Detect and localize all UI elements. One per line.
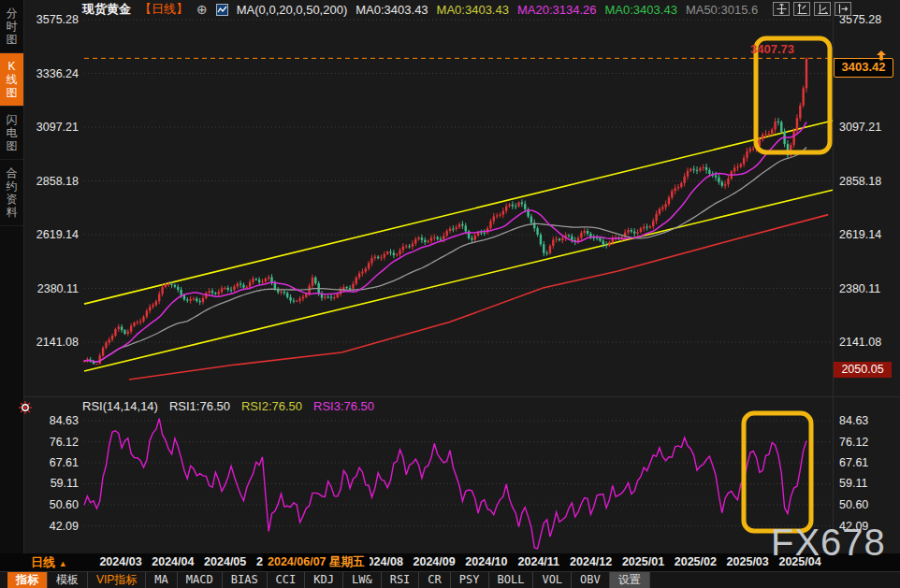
price-tick-tick-right-6: 2141.08 [839, 335, 881, 350]
toolbar-tab-PSY[interactable]: PSY [451, 572, 489, 588]
indicator-toolbar: 指标模板VIP指标MAMACDBIASCCIKDJLW&RSICRPSYBOLL… [0, 571, 900, 588]
toolbar-tab-设置[interactable]: 设置 [610, 572, 650, 588]
sidebar-tab-1[interactable]: K线图 [0, 53, 23, 107]
period-dropdown[interactable]: 日线 ▲ [31, 553, 67, 573]
rsi-tick-tick-right-5: 42.09 [839, 519, 868, 534]
toolbar-tab-BIAS[interactable]: BIAS [223, 572, 268, 588]
sidebar-tab-2[interactable]: 闪电图 [0, 107, 23, 160]
price-tick-tick-right-3: 2858.18 [839, 174, 881, 189]
rsi-values: RSI1:76.50RSI2:76.50RSI3:76.50 [169, 399, 374, 413]
date-tick-9: 2024/12 [570, 553, 612, 571]
price-tick-tick-right-5: 2380.11 [839, 281, 880, 296]
date-tick-12: 2025/03 [727, 553, 769, 571]
window-control-icons [773, 2, 851, 16]
toolbar-tab-LW&[interactable]: LW& [343, 572, 382, 588]
price-tick-tick-right-4: 2619.14 [839, 227, 881, 242]
rsi-value-1: RSI2:76.50 [241, 399, 302, 413]
rsi-tick-tick-right-1: 76.12 [839, 435, 868, 450]
toolbar-tab-KDJ[interactable]: KDJ [305, 572, 343, 588]
chart-header: 现货黄金 【日线】 ⊕ MA(0,0,20,0,50,200) MA0:3403… [82, 2, 758, 17]
ma-values: MA0:3403.43MA0:3403.43MA20:3134.26MA0:34… [356, 3, 758, 17]
date-tick-10: 2025/01 [622, 553, 664, 571]
date-tick-8: 2024/11 [518, 553, 560, 571]
ma-value-1: MA0:3403.43 [437, 3, 509, 17]
period-tag: 【日线】 [139, 1, 188, 18]
rsi-tick-tick-right-2: 67.61 [839, 455, 868, 470]
toolbar-tab-RSI[interactable]: RSI [382, 572, 420, 588]
date-tick-2: 2024/05 [204, 553, 246, 571]
rsi-value-2: RSI3:76.50 [313, 399, 374, 413]
ma-value-4: MA50:3015.6 [686, 3, 758, 17]
chart-window: 分时图K线图闪电图合约资料 现货黄金 【日线】 ⊕ MA(0,0,20,0,50… [0, 0, 900, 588]
rsi-value-0: RSI1:76.50 [169, 399, 230, 413]
toolbar-tab-OBV[interactable]: OBV [572, 572, 610, 588]
toolbar-tab-模板[interactable]: 模板 [48, 572, 88, 588]
rsi-header: RSI(14,14,14) RSI1:76.50RSI2:76.50RSI3:7… [82, 399, 374, 413]
chart-type-sidebar: 分时图K线图闪电图合约资料 [0, 0, 24, 553]
date-tick-1: 2024/04 [152, 553, 194, 571]
rsi-tick-tick-right-4: 50.60 [839, 497, 868, 512]
rsi-tick-tick-right-3: 59.11 [839, 476, 867, 491]
sidebar-tab-3[interactable]: 合约资料 [0, 160, 23, 226]
toolbar-tab-MACD[interactable]: MACD [178, 572, 223, 588]
ma-value-2: MA20:3134.26 [517, 3, 597, 17]
date-tooltip: 2024/06/07 星期五 [263, 553, 370, 571]
ma-settings: MA(0,0,20,0,50,200) [237, 3, 348, 17]
chevron-up-icon: ▲ [59, 559, 67, 568]
rsi-tick-tick-right-0: 84.63 [839, 413, 868, 428]
pan-icon[interactable] [773, 2, 790, 16]
low-price-tag: 2050.05 [834, 362, 892, 378]
symbol-name: 现货黄金 [82, 1, 131, 18]
date-tick-0: 2024/03 [99, 553, 141, 571]
highlight-box-1 [744, 413, 811, 531]
rsi-params: RSI(14,14,14) [82, 399, 158, 413]
high-price-marker: 3407.73 [750, 42, 794, 56]
date-tick-13: 2025/04 [778, 553, 820, 571]
indicator-alert-icon[interactable] [19, 401, 32, 418]
ma-value-0: MA0:3403.43 [356, 3, 428, 17]
price-up-arrow-icon [876, 48, 887, 65]
price-tick-tick-right-2: 3097.21 [839, 120, 881, 135]
toolbar-tab-CCI[interactable]: CCI [268, 572, 306, 588]
ma-value-3: MA0:3403.43 [605, 3, 677, 17]
toolbar-tab-MA[interactable]: MA [146, 572, 177, 588]
y-axis-scale-icon[interactable] [793, 2, 810, 16]
x-axis-scale-icon[interactable] [814, 2, 831, 16]
add-indicator-icon[interactable]: ⊕ [196, 2, 208, 17]
date-tick-11: 2025/02 [675, 553, 717, 571]
chart-type-icon[interactable] [216, 4, 228, 16]
toolbar-tab-CR[interactable]: CR [419, 572, 450, 588]
toolbar-tab-VIP指标[interactable]: VIP指标 [88, 572, 146, 588]
toolbar-tab-BOLL[interactable]: BOLL [489, 572, 534, 588]
shift-right-icon[interactable] [835, 2, 851, 16]
chart-canvas[interactable] [0, 0, 900, 588]
date-tick-7: 2024/10 [465, 553, 507, 571]
toolbar-tab-指标[interactable]: 指标 [7, 572, 48, 588]
sidebar-tab-0[interactable]: 分时图 [0, 0, 23, 53]
date-tick-6: 2024/09 [414, 553, 456, 571]
date-axis: 日线 ▲ 2024/06/07 星期五 2024/032024/042024/0… [0, 553, 900, 571]
toolbar-tab-VOL[interactable]: VOL [533, 572, 572, 588]
